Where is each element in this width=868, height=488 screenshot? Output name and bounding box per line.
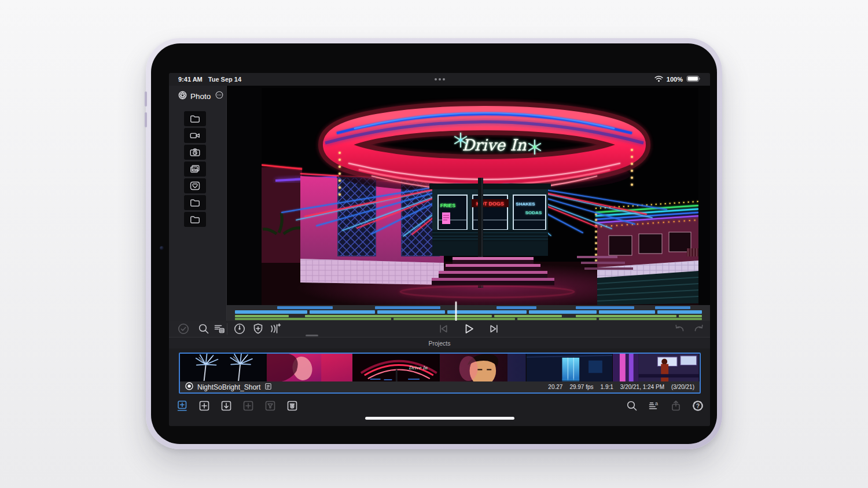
volume-up-button — [145, 91, 147, 107]
project-created-date: (3/20/21) — [671, 384, 694, 390]
timeline-clip-audio-lower[interactable] — [235, 318, 391, 320]
booth-sign-shakes: SHAKES — [516, 201, 535, 207]
film-reel-icon — [178, 90, 187, 102]
import-project-button[interactable] — [220, 399, 233, 412]
battery-percent: 100% — [667, 76, 683, 83]
folder-icon — [184, 111, 206, 126]
front-camera — [160, 246, 164, 250]
sort-projects-button[interactable]: a — [648, 399, 660, 412]
project-title-row: NightSoBright_Short 20.27 29.97 fps 1.9:… — [180, 381, 700, 392]
radio-selected-icon[interactable] — [185, 382, 193, 392]
wifi-icon — [654, 75, 663, 83]
status-bar: 9:41 AM Tue Sep 14 100% — [169, 73, 710, 86]
project-thumbnail-portrait-closeup[interactable] — [440, 354, 527, 381]
svg-text:Drive In: Drive In — [409, 365, 428, 370]
home-indicator[interactable] — [365, 417, 514, 420]
delete-project-button[interactable] — [286, 399, 299, 412]
timeline-clip-audio-lower[interactable] — [517, 318, 597, 320]
sidebar-item-media-types[interactable] — [178, 212, 226, 227]
project-aspect-ratio: 1.9:1 — [601, 384, 613, 390]
timeline-clip-main-video[interactable] — [235, 310, 307, 314]
search-projects-button[interactable] — [626, 399, 638, 412]
library-sidebar: Photo — [169, 86, 227, 321]
sort-library-button[interactable] — [213, 322, 226, 335]
timeline-clip-main-video[interactable] — [599, 310, 655, 314]
status-date: Tue Sep 14 — [208, 76, 241, 83]
skip-forward-button[interactable] — [488, 322, 501, 335]
redo-button[interactable] — [692, 322, 705, 335]
sidebar-item-videos[interactable] — [178, 128, 226, 143]
shield-plus-button[interactable] — [252, 322, 264, 335]
ipad-device: 9:41 AM Tue Sep 14 100% — [146, 38, 722, 449]
timeline-clip-overlay-video[interactable] — [576, 306, 634, 309]
timeline-clip-overlay-video[interactable] — [496, 306, 536, 309]
project-thumbnail-portrait-magenta[interactable] — [267, 354, 354, 381]
project-fps: 29.97 fps — [569, 384, 593, 390]
project-thumbnail-neon-drive-in[interactable]: Drive In — [353, 354, 440, 381]
help-settings-button[interactable]: ? — [692, 399, 704, 412]
timeline-track-area[interactable] — [235, 305, 702, 321]
page-background: 9:41 AM Tue Sep 14 100% — [0, 0, 868, 488]
share-project-button[interactable] — [670, 399, 682, 412]
sidebar-item-albums[interactable] — [178, 162, 226, 177]
albums-icon — [184, 162, 206, 177]
sidebar-item-moments[interactable] — [178, 145, 226, 160]
sidebar-item-favorites[interactable] — [178, 178, 226, 193]
edit-toolbar — [169, 321, 710, 337]
timeline-clip-audio-lower[interactable] — [599, 318, 702, 320]
project-thumbnail-palm-trees[interactable] — [180, 354, 267, 381]
timeline-clip-audio-upper[interactable] — [235, 315, 289, 317]
neon-marquee-text: Drive In — [462, 136, 527, 154]
timeline-clip-overlay-video[interactable] — [655, 306, 690, 309]
booth-sign-fries: FRIES — [440, 203, 456, 208]
timeline-clip-overlay-video[interactable] — [375, 306, 440, 309]
volume-down-button — [145, 112, 147, 127]
booth-sign-sodas: SODAS — [525, 210, 542, 215]
timeline-clip-audio-upper[interactable] — [576, 315, 676, 317]
timeline-clip-main-video[interactable] — [657, 310, 702, 314]
timeline-clip-main-video[interactable] — [529, 310, 597, 314]
clip-info-button[interactable] — [233, 322, 246, 335]
timeline-clip-audio-lower[interactable] — [393, 318, 515, 320]
duplicate-project-button[interactable] — [242, 399, 255, 412]
add-to-timeline-button[interactable] — [176, 399, 189, 412]
battery-icon — [686, 75, 701, 83]
timeline-clip-main-video[interactable] — [377, 310, 445, 314]
undo-button[interactable] — [674, 322, 686, 335]
skip-back-button[interactable] — [437, 322, 450, 335]
timeline-strip[interactable] — [227, 305, 710, 321]
project-thumbnail-blue-doorway[interactable] — [527, 354, 613, 381]
svg-text:a: a — [655, 401, 658, 406]
projects-header: Projects — [169, 337, 710, 348]
playhead[interactable] — [455, 302, 457, 321]
timeline-clip-audio-upper[interactable] — [679, 315, 702, 317]
project-modified-date: 3/20/21, 1:24 PM — [620, 384, 664, 390]
archive-project-button[interactable] — [264, 399, 277, 412]
play-button[interactable] — [462, 322, 475, 335]
audio-fade-add-button[interactable] — [270, 322, 282, 335]
new-project-button[interactable] — [198, 399, 211, 412]
toolbar-divider — [227, 323, 227, 335]
ipad-bezel: 9:41 AM Tue Sep 14 100% — [151, 43, 717, 444]
ellipsis-circle-icon[interactable] — [215, 90, 224, 102]
sidebar-item-recently-added[interactable] — [178, 195, 226, 210]
ipad-screen: 9:41 AM Tue Sep 14 100% — [169, 73, 710, 426]
status-time: 9:41 AM — [178, 76, 203, 83]
sidebar-item-all-photos-and[interactable] — [178, 111, 226, 126]
projects-toolbar: a? — [169, 398, 710, 415]
timeline-clip-overlay-video[interactable] — [277, 306, 333, 309]
selected-project-cell[interactable]: Drive In — [179, 353, 701, 394]
timeline-clip-audio-upper[interactable] — [305, 315, 492, 317]
project-filmstrip: Drive In — [180, 354, 700, 381]
timeline-clip-audio-upper[interactable] — [494, 315, 562, 317]
search-library-button[interactable] — [197, 322, 210, 335]
note-icon[interactable] — [264, 382, 272, 392]
folder-icon — [184, 195, 206, 210]
timeline-clip-main-video[interactable] — [310, 310, 375, 314]
timeline-clip-main-video[interactable] — [447, 310, 527, 314]
multitask-dots-icon[interactable] — [435, 78, 445, 80]
heart-icon — [184, 178, 206, 193]
select-check-button[interactable] — [177, 322, 190, 335]
project-thumbnail-night-counter[interactable] — [613, 354, 700, 381]
panel-resize-handle[interactable] — [306, 335, 318, 336]
